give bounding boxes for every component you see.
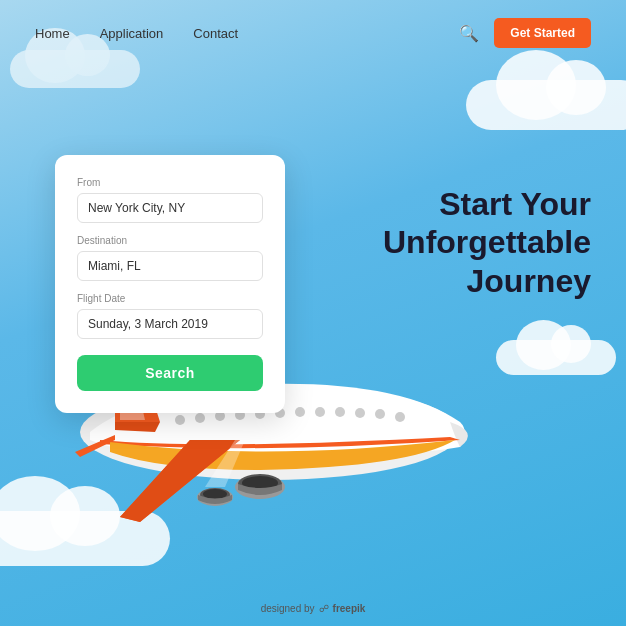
svg-point-6 xyxy=(295,407,305,417)
svg-point-18 xyxy=(203,489,227,499)
footer: designed by ☍ freepik xyxy=(0,603,626,614)
destination-input[interactable] xyxy=(77,251,263,281)
flight-date-label: Flight Date xyxy=(77,293,263,304)
search-button[interactable]: Search xyxy=(77,355,263,391)
from-input[interactable] xyxy=(77,193,263,223)
destination-group: Destination xyxy=(77,235,263,281)
nav-home[interactable]: Home xyxy=(35,26,70,41)
hero-title: Start Your Unforgettable Journey xyxy=(383,185,591,300)
svg-point-12 xyxy=(175,415,185,425)
freepik-logo-icon: ☍ xyxy=(319,603,329,614)
search-icon[interactable]: 🔍 xyxy=(459,24,479,43)
nav-links: Home Application Contact xyxy=(35,24,238,42)
destination-label: Destination xyxy=(77,235,263,246)
cloud-middle-right xyxy=(496,340,616,375)
nav-contact[interactable]: Contact xyxy=(193,26,238,41)
svg-point-4 xyxy=(335,407,345,417)
from-label: From xyxy=(77,177,263,188)
nav-right: 🔍 Get Started xyxy=(459,18,591,48)
search-card: From Destination Flight Date Search xyxy=(55,155,285,413)
flight-date-input[interactable] xyxy=(77,309,263,339)
svg-point-5 xyxy=(315,407,325,417)
footer-text: designed by ☍ freepik xyxy=(261,603,366,614)
cloud-top-right xyxy=(466,80,626,130)
get-started-button[interactable]: Get Started xyxy=(494,18,591,48)
hero-text: Start Your Unforgettable Journey xyxy=(383,185,591,300)
svg-point-3 xyxy=(355,408,365,418)
svg-point-11 xyxy=(195,413,205,423)
nav-application[interactable]: Application xyxy=(100,26,164,41)
svg-point-2 xyxy=(375,409,385,419)
page-wrapper: Home Application Contact 🔍 Get Started S… xyxy=(0,0,626,626)
flight-date-group: Flight Date xyxy=(77,293,263,339)
navbar: Home Application Contact 🔍 Get Started xyxy=(0,0,626,66)
svg-point-1 xyxy=(395,412,405,422)
from-group: From xyxy=(77,177,263,223)
